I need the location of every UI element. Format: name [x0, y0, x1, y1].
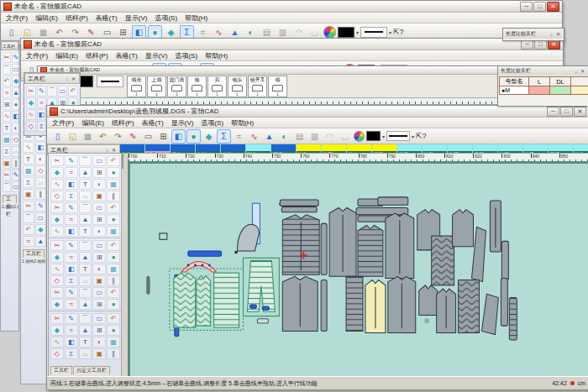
line-style-selector[interactable]: [97, 76, 123, 87]
color-swatch-black[interactable]: [338, 27, 354, 38]
size-cell[interactable]: [550, 86, 571, 95]
pattern-window-icon[interactable]: ◧: [171, 129, 186, 144]
tool-icon-18[interactable]: ▣: [92, 348, 106, 359]
tool-icon-18[interactable]: ▣: [23, 189, 34, 200]
tool-icon-17[interactable]: ⌓: [35, 177, 47, 188]
menu-item-3[interactable]: 表格(T): [96, 13, 118, 23]
tool-icon-0[interactable]: ✂: [50, 155, 64, 166]
seam-allowance-icon[interactable]: ≈: [196, 25, 210, 39]
tool-icon-6[interactable]: ≈: [65, 325, 78, 336]
tool-icon-11[interactable]: ◧: [12, 111, 20, 122]
pin-icon[interactable]: ↓: [66, 76, 69, 81]
tool-icon-21[interactable]: ✎: [35, 201, 47, 212]
tool-icon-16[interactable]: Σ: [3, 146, 11, 157]
tool-icon-20[interactable]: ✂: [50, 287, 64, 298]
pen-tool-icon[interactable]: ✎: [84, 25, 98, 39]
tool-icon-13[interactable]: ◐: [92, 264, 106, 274]
menu-item-2[interactable]: 纸样(P): [66, 13, 88, 23]
line-dropdown-icon[interactable]: ▾: [389, 29, 391, 35]
tool-icon-34[interactable]: ▦: [107, 226, 120, 237]
tray-b-icon[interactable]: ◡: [307, 25, 322, 39]
menu-item-6[interactable]: 帮助(H): [205, 51, 228, 60]
tool-icon-22[interactable]: ⌒: [3, 181, 11, 192]
tool-icon-31[interactable]: ◧: [65, 226, 78, 237]
pattern-thumb-袖[interactable]: 袖1: [187, 76, 207, 97]
titlebar[interactable]: 未命名 - 富怡服装CAD ─ □ ✕: [21, 39, 563, 50]
tool-icon-16[interactable]: Σ: [23, 177, 34, 188]
menu-item-1[interactable]: 编辑(E): [35, 13, 58, 23]
tool-icon-21[interactable]: ✎: [12, 170, 20, 180]
line-width-selector[interactable]: [360, 27, 387, 38]
pattern-thumb-袖开叉[interactable]: 袖开叉1: [248, 76, 267, 97]
tool-icon-22[interactable]: ⌒: [79, 287, 92, 298]
tool-icon-19[interactable]: ∥: [107, 191, 120, 201]
pattern-thumb-袖头[interactable]: 袖头1: [228, 76, 247, 97]
tool-icon-17[interactable]: ⌓: [79, 191, 92, 201]
tool-icon-16[interactable]: Σ: [65, 348, 78, 359]
tool-icon-22[interactable]: ⌒: [79, 202, 92, 213]
menu-item-6[interactable]: 帮助(H): [185, 13, 207, 23]
titlebar[interactable]: C:\Users\admin\Desktop\蓝色羽绒服.DGS - 富怡CAD…: [47, 106, 588, 118]
toolbar-tab[interactable]: 工具栏: [3, 195, 17, 203]
new-file-icon[interactable]: ▯: [50, 129, 65, 144]
tool-icon-25[interactable]: ◆: [35, 224, 47, 235]
plot-icon[interactable]: ▤: [260, 25, 274, 39]
seam-allowance-icon[interactable]: ≈: [232, 129, 246, 144]
length-compare-panel-top[interactable]: 长度比较表栏 ↓ ✕: [502, 28, 564, 41]
tool-icon-1[interactable]: ✎: [65, 155, 78, 166]
tool-icon-0[interactable]: ✂: [50, 240, 64, 251]
menu-item-1[interactable]: 编辑(E): [55, 51, 78, 60]
tool-icon-13[interactable]: ◐: [92, 337, 106, 348]
mannequin-icon[interactable]: ▲: [262, 129, 276, 144]
tool-icon-10[interactable]: ∿: [50, 179, 64, 190]
tool-icon-16[interactable]: Σ: [65, 275, 78, 286]
tool-icon-11[interactable]: ◧: [65, 337, 78, 348]
tool-icon-20[interactable]: ✂: [3, 170, 11, 180]
tool-icon-13[interactable]: ◐: [35, 154, 47, 165]
tool-icon-24[interactable]: ↶: [23, 224, 34, 235]
tool-icon-14[interactable]: ▦: [107, 264, 120, 274]
tool-icon-32[interactable]: T: [79, 226, 92, 237]
size-cell[interactable]: [529, 86, 550, 95]
tool-icon-2[interactable]: ⌒: [79, 313, 92, 324]
maximize-button[interactable]: □: [533, 2, 546, 12]
tool-icon-23[interactable]: ▭: [12, 181, 20, 192]
color-fill-icon[interactable]: ◆: [202, 129, 216, 144]
tool-icon-33[interactable]: ◐: [92, 226, 106, 237]
menu-item-0[interactable]: 文件(F): [52, 118, 74, 128]
menu-item-2[interactable]: 纸样(P): [112, 118, 134, 128]
tool-icon-1[interactable]: ✎: [37, 86, 47, 97]
tool-icon-2[interactable]: ⌒: [79, 155, 92, 166]
tool-icon-11[interactable]: ◧: [65, 179, 78, 190]
minimize-button[interactable]: ─: [547, 107, 559, 117]
tool-icon-25[interactable]: ◆: [50, 299, 64, 310]
titlebar[interactable]: 未命名 - 富怡服装CAD ─ □ ✕: [1, 1, 562, 13]
frame-select-icon[interactable]: ▭: [100, 25, 114, 39]
tool-icon-10[interactable]: ∿: [3, 111, 11, 122]
tool-icon-26[interactable]: ≈: [65, 214, 78, 225]
undo-icon[interactable]: ↶: [96, 129, 110, 144]
tool-icon-15[interactable]: ◇: [35, 165, 47, 176]
tool-icon-19[interactable]: ∥: [107, 275, 120, 286]
size-cell[interactable]: [571, 86, 588, 95]
menu-item-4[interactable]: 显示(V): [145, 51, 168, 60]
swatch-dropdown-icon[interactable]: ▾: [356, 29, 359, 35]
tray-b-icon[interactable]: ◡: [338, 129, 352, 144]
close-button[interactable]: ✕: [547, 2, 559, 12]
tool-icon-17[interactable]: ⌓: [79, 348, 92, 359]
tool-icon-3[interactable]: ▭: [92, 240, 106, 251]
tool-icon-6[interactable]: ≈: [3, 87, 11, 98]
tool-icon-22[interactable]: ⌒: [23, 212, 34, 223]
pin-icon[interactable]: ↓: [550, 32, 554, 37]
close-icon[interactable]: ✕: [580, 69, 585, 74]
tool-icon-5[interactable]: ◆: [50, 167, 64, 178]
tool-icon-3[interactable]: ▭: [92, 155, 106, 166]
tool-icon-23[interactable]: ▭: [35, 212, 47, 223]
menu-item-0[interactable]: 文件(F): [6, 13, 28, 23]
maximize-button[interactable]: □: [560, 107, 573, 117]
tool-grid[interactable]: ✂✎⌒▭↶◆≈▲⊞●∿◧T◐▦◇Σ⌓▣∥✂✎⌒▭: [1, 50, 18, 194]
menu-item-0[interactable]: 文件(F): [26, 51, 48, 60]
open-file-icon[interactable]: ◱: [66, 129, 80, 144]
length-compare-table-panel[interactable]: 长度比较表栏 ↓ ✕ 号型名LDL●M: [497, 65, 588, 107]
tray-a-icon[interactable]: ◠: [291, 25, 306, 39]
